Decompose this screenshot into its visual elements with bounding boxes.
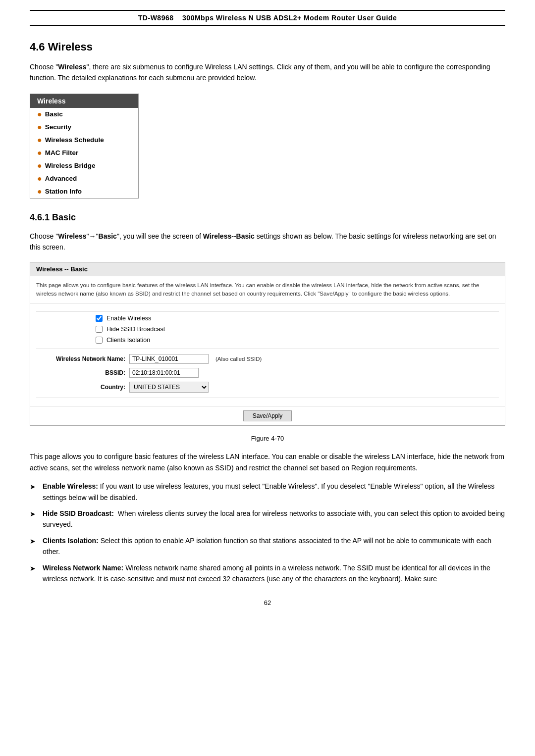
- menu-item-mac-filter-label: MAC Filter: [45, 149, 79, 156]
- bssid-row: BSSID:: [36, 368, 499, 378]
- clients-isolation-label: Clients Isolation: [107, 337, 150, 344]
- config-box-title: Wireless -- Basic: [30, 262, 505, 276]
- config-box-body: Enable Wireless Hide SSID Broadcast Clie…: [30, 303, 505, 406]
- menu-item-security[interactable]: ● Security: [30, 121, 138, 134]
- menu-header: Wireless: [30, 94, 138, 108]
- list-item-text: Clients Isolation: Select this option to…: [43, 535, 505, 557]
- bullet-icon: ●: [37, 110, 42, 118]
- hide-ssid-label: Hide SSID Broadcast: [107, 326, 165, 333]
- section-title: 4.6 Wireless: [30, 41, 505, 53]
- menu-item-mac-filter[interactable]: ● MAC Filter: [30, 147, 138, 159]
- hide-ssid-row: Hide SSID Broadcast: [36, 326, 499, 333]
- header-title: 300Mbps Wireless N USB ADSL2+ Modem Rout…: [182, 14, 397, 22]
- menu-item-wireless-schedule-label: Wireless Schedule: [45, 136, 104, 144]
- list-item-enable-wireless: ➤ Enable Wireless: If you want to use wi…: [30, 481, 505, 503]
- list-item-text: Wireless Network Name: Wireless network …: [43, 562, 505, 585]
- menu-item-wireless-bridge[interactable]: ● Wireless Bridge: [30, 159, 138, 172]
- bullet-icon: ●: [37, 188, 42, 196]
- bullet-icon: ●: [37, 162, 42, 170]
- country-label: Country:: [46, 384, 125, 391]
- menu-item-security-label: Security: [45, 123, 71, 131]
- menu-item-wireless-bridge-label: Wireless Bridge: [45, 162, 96, 169]
- page-number: 62: [30, 599, 505, 606]
- save-apply-button[interactable]: Save/Apply: [243, 410, 292, 421]
- bullet-icon: ●: [37, 149, 42, 157]
- arrow-icon: ➤: [30, 536, 39, 547]
- arrow-icon: ➤: [30, 481, 39, 492]
- header-bar: TD-W8968 300Mbps Wireless N USB ADSL2+ M…: [30, 10, 505, 26]
- country-select[interactable]: UNITED STATES: [129, 382, 209, 393]
- menu-item-basic[interactable]: ● Basic: [30, 108, 138, 121]
- bullet-icon: ●: [37, 136, 42, 144]
- menu-item-station-info[interactable]: ● Station Info: [30, 185, 138, 198]
- wireless-network-name-row: Wireless Network Name: (Also called SSID…: [36, 354, 499, 364]
- figure-caption: Figure 4-70: [30, 435, 505, 442]
- arrow-icon: ➤: [30, 563, 39, 574]
- wireless-menu-box: Wireless ● Basic ● Security ● Wireless S…: [30, 94, 139, 199]
- wireless-network-name-input[interactable]: [129, 354, 209, 364]
- menu-item-wireless-schedule[interactable]: ● Wireless Schedule: [30, 134, 138, 147]
- wireless-basic-config-box: Wireless -- Basic This page allows you t…: [30, 262, 505, 426]
- subsection-title: 4.6.1 Basic: [30, 212, 505, 223]
- list-item-text: Hide SSID Broadcast: When wireless clien…: [43, 508, 505, 530]
- menu-item-advanced-label: Advanced: [45, 175, 77, 182]
- wireless-network-name-label: Wireless Network Name:: [46, 355, 125, 362]
- enable-wireless-checkbox[interactable]: [96, 315, 103, 322]
- config-box-footer: Save/Apply: [30, 406, 505, 425]
- bssid-label: BSSID:: [46, 369, 125, 376]
- enable-wireless-row: Enable Wireless: [36, 315, 499, 322]
- bssid-input[interactable]: [129, 368, 199, 378]
- menu-item-basic-label: Basic: [45, 110, 63, 118]
- menu-item-advanced[interactable]: ● Advanced: [30, 172, 138, 185]
- arrow-icon: ➤: [30, 508, 39, 519]
- list-item-clients-isolation: ➤ Clients Isolation: Select this option …: [30, 535, 505, 557]
- body-description: This page allows you to configure basic …: [30, 451, 505, 474]
- bullet-icon: ●: [37, 123, 42, 131]
- model-number: TD-W8968: [138, 14, 174, 22]
- section-intro: Choose "Wireless", there are six submenu…: [30, 61, 505, 84]
- hide-ssid-checkbox[interactable]: [96, 326, 103, 333]
- feature-list: ➤ Enable Wireless: If you want to use wi…: [30, 481, 505, 584]
- clients-isolation-row: Clients Isolation: [36, 337, 499, 344]
- country-row: Country: UNITED STATES: [36, 382, 499, 393]
- list-item-text: Enable Wireless: If you want to use wire…: [43, 481, 505, 503]
- list-item-wireless-network-name: ➤ Wireless Network Name: Wireless networ…: [30, 562, 505, 585]
- list-item-hide-ssid: ➤ Hide SSID Broadcast: When wireless cli…: [30, 508, 505, 530]
- clients-isolation-checkbox[interactable]: [96, 337, 103, 344]
- enable-wireless-label: Enable Wireless: [107, 315, 151, 322]
- bullet-icon: ●: [37, 175, 42, 183]
- menu-item-station-info-label: Station Info: [45, 188, 82, 195]
- config-box-description: This page allows you to configure basic …: [30, 276, 505, 304]
- subsection-intro: Choose "Wireless"→"Basic", you will see …: [30, 231, 505, 253]
- ssid-note: (Also called SSID): [215, 356, 262, 362]
